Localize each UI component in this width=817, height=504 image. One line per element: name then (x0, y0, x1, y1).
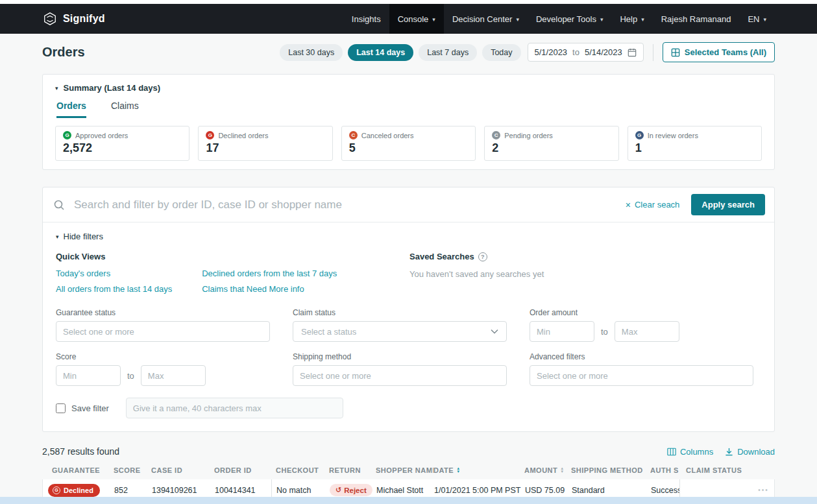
case-id-cell: 1394109261 (152, 486, 215, 495)
quick-view-claims-need-info[interactable]: Claims that Need More info (202, 284, 337, 294)
save-filter-checkbox-label[interactable]: Save filter (56, 403, 109, 413)
date-from[interactable]: 5/1/2023 (535, 47, 568, 57)
guarantee-status-input[interactable] (56, 321, 270, 342)
search-icon (53, 199, 65, 211)
advanced-filters-input[interactable] (530, 365, 753, 386)
divider (653, 44, 653, 61)
nav-developer-tools[interactable]: Developer Tools▾ (528, 4, 612, 34)
nav-help[interactable]: Help▾ (611, 4, 652, 34)
quick-view-all-orders-14-days[interactable]: All orders from the last 14 days (56, 284, 172, 294)
sort-icon[interactable]: ▲▼ (456, 467, 460, 474)
header-auth-status: AUTH S (650, 466, 679, 474)
chevron-down-icon (491, 329, 498, 334)
chevron-down-icon: ▾ (432, 16, 435, 23)
guarantee-status-field: Guarantee status (56, 308, 270, 342)
signifyd-logo[interactable]: Signifyd (43, 12, 105, 26)
summary-tabs: Orders Claims (55, 101, 762, 118)
stat-value: 1 (635, 141, 754, 155)
claim-status-select[interactable]: Select a status (293, 321, 507, 342)
search-input[interactable] (73, 198, 618, 212)
order-amount-max-input[interactable] (615, 321, 679, 342)
search-panel: × Clear seach Apply search ▾ Hide filter… (42, 187, 775, 432)
apply-search-button[interactable]: Apply search (691, 194, 765, 215)
page-title: Orders (42, 45, 85, 60)
claim-status-label: Claim status (293, 308, 507, 317)
info-icon[interactable]: ? (478, 252, 487, 261)
save-filter-checkbox[interactable] (56, 403, 66, 413)
stat-in-review-orders: GIn review orders 1 (628, 126, 762, 161)
tab-orders[interactable]: Orders (56, 101, 86, 118)
brand-name: Signifyd (63, 13, 105, 25)
shipping-method-field: Shipping method (293, 352, 507, 386)
download-button[interactable]: Download (725, 447, 775, 457)
download-icon (725, 448, 733, 456)
saved-searches-empty-text: You haven't saved any searches yet (409, 269, 544, 279)
score-label: Score (56, 352, 270, 361)
summary-panel: ▾ Summary (Last 14 days) Orders Claims G… (42, 74, 775, 170)
checkout-cell: No match (272, 486, 330, 495)
nav-user-name[interactable]: Rajesh Ramanand (653, 4, 740, 34)
filter-name-input[interactable] (126, 398, 343, 418)
stat-value: 5 (349, 141, 468, 155)
score-min-input[interactable] (56, 365, 121, 386)
range-pill-last-7-days[interactable]: Last 7 days (419, 44, 477, 61)
shipping-method-cell: Standard (572, 486, 651, 495)
advanced-filters-field: Advanced filters (530, 352, 753, 386)
return-cell: ↺Reject (330, 484, 376, 496)
nav-console[interactable]: Console▾ (389, 4, 444, 34)
in-review-icon: G (635, 131, 644, 139)
shipping-method-label: Shipping method (293, 352, 507, 361)
shipping-method-input[interactable] (293, 365, 507, 386)
stat-declined-orders: GDeclined orders 17 (198, 126, 332, 161)
clear-search-button[interactable]: × Clear seach (626, 200, 680, 210)
nav-insights[interactable]: Insights (343, 4, 389, 34)
amount-cell: USD 75.09 (525, 486, 572, 495)
header-return: RETURN (329, 466, 376, 474)
guarantee-cell: GDeclined (43, 484, 114, 497)
nav-decision-center[interactable]: Decision Center▾ (444, 4, 528, 34)
filter-grid: Guarantee status Claim status Select a s… (56, 308, 761, 386)
header-shopper-name: SHOPPER NAME (376, 466, 433, 474)
save-filter-row: Save filter (56, 398, 761, 418)
quick-view-todays-orders[interactable]: Today's orders (56, 269, 172, 278)
hide-filters-toggle[interactable]: ▾ Hide filters (56, 232, 761, 241)
header-checkout: CHECKOUT (271, 466, 329, 474)
quick-views-title: Quick Views (56, 252, 409, 261)
main-content: ▾ Summary (Last 14 days) Orders Claims G… (0, 74, 817, 504)
date-range-picker[interactable]: 5/1/2023 to 5/14/2023 (528, 43, 644, 62)
order-amount-min-input[interactable] (530, 321, 594, 342)
return-icon: ↺ (335, 486, 341, 494)
date-separator: to (572, 47, 579, 57)
canceled-icon: C (349, 131, 358, 139)
summary-collapse-toggle[interactable]: ▾ Summary (Last 14 days) (55, 83, 762, 93)
results-header: 2,587 results found Columns Download (42, 446, 775, 457)
stat-value: 17 (206, 141, 324, 155)
row-actions-menu[interactable]: ••• (751, 486, 775, 494)
score-max-input[interactable] (141, 365, 206, 386)
stat-approved-orders: GApproved orders 2,572 (55, 126, 189, 161)
date-range-pills: Last 30 days Last 14 days Last 7 days To… (280, 44, 520, 61)
filters-area: ▾ Hide filters Quick Views Today's order… (43, 222, 774, 431)
tab-claims[interactable]: Claims (111, 101, 139, 118)
sort-icon[interactable]: ▲▼ (560, 467, 564, 474)
date-to[interactable]: 5/14/2023 (585, 47, 622, 57)
chevron-down-icon: ▾ (516, 16, 519, 23)
range-pill-today[interactable]: Today (482, 44, 520, 61)
header-amount-sortable[interactable]: AMOUNT ▲▼ (524, 466, 571, 474)
chevron-down-icon: ▾ (600, 16, 604, 23)
header-claim-status: CLAIM STATUS (679, 466, 751, 474)
header-date-sortable[interactable]: DATE ▲▼ (433, 466, 524, 474)
range-pill-last-14-days[interactable]: Last 14 days (348, 44, 413, 61)
chevron-down-icon: ▾ (763, 16, 766, 23)
nav-language[interactable]: EN▾ (739, 4, 775, 34)
order-amount-field: Order amount to (530, 308, 753, 342)
summary-stats: GApproved orders 2,572 GDeclined orders … (55, 126, 762, 161)
to-label: to (601, 327, 608, 337)
range-pill-last-30-days[interactable]: Last 30 days (280, 44, 343, 61)
score-cell: 852 (114, 486, 152, 495)
quick-view-declined-7-days[interactable]: Declined orders from the last 7 days (202, 269, 337, 278)
search-bar: × Clear seach Apply search (43, 187, 774, 222)
selected-teams-button[interactable]: Selected Teams (All) (663, 42, 775, 62)
horizontal-scrollbar[interactable] (0, 497, 817, 504)
columns-button[interactable]: Columns (667, 447, 713, 457)
